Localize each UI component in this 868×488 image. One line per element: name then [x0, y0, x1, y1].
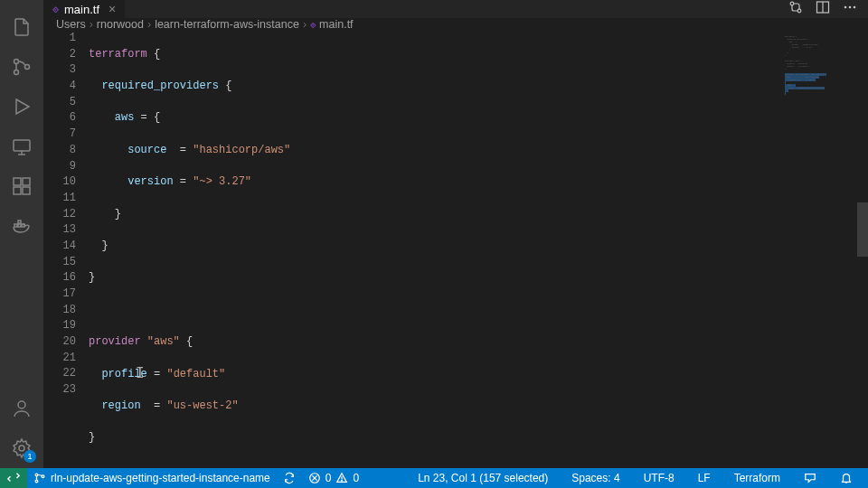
- terraform-file-icon: ⟐: [52, 3, 59, 15]
- svg-rect-4: [14, 178, 21, 185]
- svg-point-15: [797, 9, 801, 13]
- more-actions-icon[interactable]: [843, 0, 857, 18]
- svg-rect-3: [14, 140, 30, 151]
- svg-point-28: [342, 480, 343, 481]
- settings-badge: 1: [24, 450, 36, 463]
- breadcrumb-seg[interactable]: Users: [56, 18, 86, 31]
- tab-main-tf[interactable]: ⟐ main.tf ×: [43, 0, 126, 18]
- editor-area: ⟐ main.tf × Users › rnorwood › learn-ter…: [43, 0, 868, 468]
- svg-point-2: [25, 65, 30, 70]
- eol-status[interactable]: LF: [692, 468, 717, 488]
- svg-point-22: [35, 480, 38, 483]
- explorer-icon[interactable]: [0, 7, 43, 47]
- extensions-icon[interactable]: [0, 166, 43, 206]
- sync-status[interactable]: [277, 468, 302, 488]
- chevron-right-icon: ›: [147, 18, 151, 31]
- svg-point-0: [14, 60, 19, 64]
- git-branch-status[interactable]: rln-update-aws-getting-started-instance-…: [27, 468, 277, 488]
- svg-rect-6: [14, 187, 21, 194]
- svg-rect-8: [14, 224, 17, 227]
- docker-icon[interactable]: [0, 206, 43, 246]
- compare-changes-icon[interactable]: [788, 0, 803, 18]
- chevron-right-icon: ›: [90, 18, 93, 31]
- breadcrumb-seg[interactable]: learn-terraform-aws-instance: [155, 18, 299, 31]
- svg-point-12: [18, 401, 25, 408]
- problems-status[interactable]: 0 0: [302, 468, 365, 488]
- remote-indicator[interactable]: [0, 468, 27, 488]
- breadcrumbs: Users › rnorwood › learn-terraform-aws-i…: [43, 18, 868, 31]
- error-count: 0: [326, 472, 332, 484]
- svg-point-1: [14, 70, 19, 75]
- line-number-gutter: 1234567891011121314151617181920212223: [43, 31, 89, 488]
- svg-rect-9: [18, 224, 21, 227]
- tabs-actions: [788, 0, 868, 18]
- svg-point-19: [849, 6, 852, 9]
- close-icon[interactable]: ×: [108, 2, 116, 16]
- split-editor-icon[interactable]: [816, 0, 830, 18]
- cursor-position-status[interactable]: Ln 23, Col 1 (157 selected): [411, 468, 554, 488]
- svg-point-13: [19, 446, 24, 451]
- notifications-icon[interactable]: [834, 468, 859, 488]
- svg-point-18: [844, 6, 847, 9]
- indentation-status[interactable]: Spaces: 4: [565, 468, 626, 488]
- activity-bar: 1: [0, 0, 43, 468]
- svg-point-20: [854, 6, 856, 9]
- encoding-status[interactable]: UTF-8: [637, 468, 681, 488]
- scrollbar-thumb[interactable]: [857, 202, 868, 257]
- accounts-icon[interactable]: [0, 389, 43, 428]
- breadcrumb-file[interactable]: ⟐main.tf: [310, 18, 354, 31]
- language-mode-status[interactable]: Terraform: [728, 468, 787, 488]
- branch-name: rln-update-aws-getting-started-instance-…: [51, 472, 270, 484]
- status-bar: rln-update-aws-getting-started-instance-…: [0, 468, 868, 488]
- run-debug-icon[interactable]: [0, 87, 43, 127]
- svg-point-21: [35, 474, 38, 476]
- settings-gear-icon[interactable]: 1: [0, 428, 43, 468]
- warning-count: 0: [353, 472, 359, 484]
- chevron-right-icon: ›: [303, 18, 307, 31]
- svg-rect-7: [23, 187, 30, 194]
- svg-rect-5: [23, 178, 30, 185]
- remote-explorer-icon[interactable]: [0, 127, 43, 166]
- scrollbar-track[interactable]: [857, 31, 868, 488]
- tabs-row: ⟐ main.tf ×: [43, 0, 868, 18]
- breadcrumb-seg[interactable]: rnorwood: [97, 18, 144, 31]
- svg-point-14: [790, 2, 794, 5]
- code-editor[interactable]: 1234567891011121314151617181920212223 te…: [43, 31, 868, 488]
- minimap-preview: terraform { required_providers { aws = {…: [785, 33, 857, 98]
- svg-rect-11: [18, 221, 21, 223]
- feedback-icon[interactable]: [797, 468, 823, 488]
- code-content[interactable]: terraform { required_providers { aws = {…: [89, 31, 868, 488]
- source-control-icon[interactable]: [0, 47, 43, 87]
- tab-filename: main.tf: [64, 3, 99, 16]
- minimap[interactable]: terraform { required_providers { aws = {…: [767, 31, 857, 488]
- terraform-file-icon: ⟐: [310, 19, 316, 30]
